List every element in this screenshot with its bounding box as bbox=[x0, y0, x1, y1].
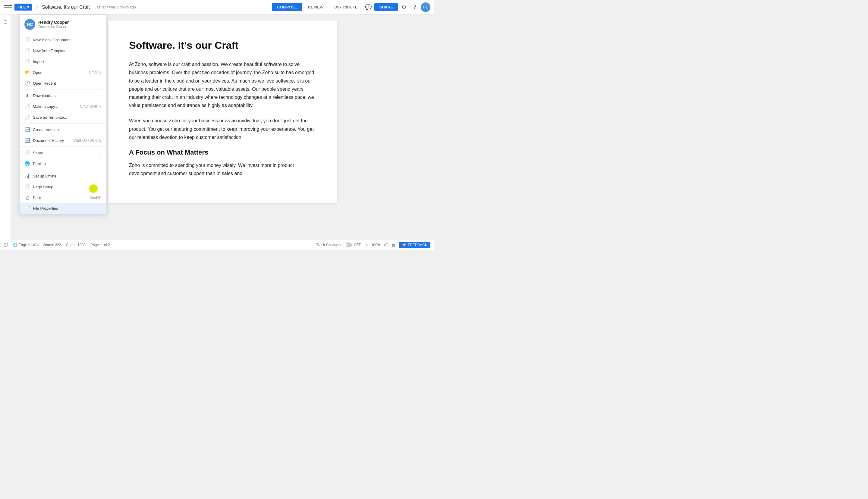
menu-item-create-version[interactable]: 🔄 Create Version bbox=[20, 124, 106, 135]
dropdown-user-info: Hendry Cooper Document Owner bbox=[38, 20, 69, 29]
dropdown-user-section: HC Hendry Cooper Document Owner bbox=[20, 15, 106, 34]
comment-icon[interactable]: 💬 bbox=[364, 2, 373, 12]
word-count: Words: 222 bbox=[42, 243, 61, 247]
document-title: Software. It's our Craft bbox=[42, 4, 90, 10]
zoom-level[interactable]: 100% bbox=[371, 243, 381, 247]
menu-item-new-template[interactable]: 📄 New from Template bbox=[20, 45, 106, 56]
download-as-chevron: › bbox=[100, 94, 101, 98]
open-recent-label: Open Recent bbox=[33, 81, 56, 86]
document-outline-icon[interactable]: ☰ bbox=[1, 17, 10, 27]
menu-item-import[interactable]: 📄 Import bbox=[20, 56, 106, 67]
document-subheading: A Focus on What Matters bbox=[129, 148, 316, 156]
separator-1 bbox=[20, 89, 106, 89]
download-as-icon: ⬇ bbox=[24, 93, 30, 98]
document-heading: Software. It's our Craft bbox=[129, 39, 316, 52]
document-history-shortcut: Cmd+Alt+Shift+G bbox=[73, 138, 101, 143]
file-properties-icon: 📄 bbox=[24, 206, 30, 211]
menu-item-document-history[interactable]: 🔄 Document History Cmd+Alt+Shift+G bbox=[20, 135, 106, 146]
avatar[interactable]: HC bbox=[421, 2, 430, 12]
track-changes: Track Changes OFF bbox=[316, 243, 361, 247]
menu-item-make-copy[interactable]: 📄 Make a copy... Cmd+Shift+S bbox=[20, 101, 106, 112]
menu-item-print[interactable]: 🖨 Print Cmd+P bbox=[20, 192, 106, 203]
menu-item-file-properties[interactable]: 📄 File Properties bbox=[20, 203, 106, 214]
menu-item-new-blank[interactable]: 📄 New Blank Document bbox=[20, 34, 106, 45]
document-paragraph-2: When you choose Zoho for your business o… bbox=[129, 117, 316, 141]
share-menu-label: Share bbox=[33, 151, 44, 155]
print-icon: 🖨 bbox=[24, 195, 30, 200]
char-count: Chars: 1303 bbox=[66, 243, 86, 247]
menu-item-open-recent[interactable]: 🕐 Open Recent › bbox=[20, 78, 106, 88]
separator-4 bbox=[20, 170, 106, 170]
tab-distribute[interactable]: DISTRIBUTE bbox=[329, 3, 362, 11]
menu-item-save-template[interactable]: 📄 Save as Template... bbox=[20, 112, 106, 123]
language-indicator[interactable]: 🌐 English(US) bbox=[13, 243, 38, 247]
share-button[interactable]: SHARE bbox=[374, 3, 398, 11]
make-copy-label: Make a copy... bbox=[33, 104, 58, 109]
feedback-button[interactable]: 📢 FEEDBACK bbox=[399, 242, 430, 248]
new-template-icon: 📄 bbox=[24, 48, 30, 53]
open-label: Open bbox=[33, 70, 42, 75]
chat-icon[interactable]: 💬 bbox=[4, 243, 8, 247]
page-indicator: Page: 1 of 2 bbox=[90, 243, 110, 247]
open-recent-chevron: › bbox=[100, 81, 101, 85]
grid-icon[interactable]: ⊞ bbox=[365, 243, 368, 247]
setup-offline-icon: 📊 bbox=[24, 173, 30, 179]
menu-item-share[interactable]: 📄 Share › bbox=[20, 147, 106, 158]
file-label: FILE bbox=[17, 5, 26, 9]
download-as-label: Download as bbox=[33, 94, 56, 98]
hamburger-menu[interactable] bbox=[4, 3, 12, 11]
open-recent-icon: 🕐 bbox=[24, 81, 30, 86]
document-paragraph-3: Zoho is committed to spending your money… bbox=[129, 161, 316, 178]
create-version-label: Create Version bbox=[33, 127, 59, 132]
file-menu-button[interactable]: FILE ▾ bbox=[14, 4, 32, 11]
status-bar-right: Track Changes OFF ⊞ 100% (0) ▤ 📢 FEEDBAC… bbox=[316, 242, 430, 248]
new-blank-label: New Blank Document bbox=[33, 38, 71, 42]
feedback-label: FEEDBACK bbox=[408, 243, 427, 247]
import-label: Import bbox=[33, 59, 44, 64]
publish-label: Publish bbox=[33, 161, 46, 166]
new-template-label: New from Template bbox=[33, 49, 66, 53]
tab-compose[interactable]: COMPOSE bbox=[272, 3, 302, 11]
track-changes-toggle[interactable] bbox=[342, 243, 352, 247]
page-setup-icon: 📄 bbox=[24, 184, 30, 190]
grid-view-icon[interactable]: ▤ bbox=[392, 243, 395, 247]
language-label: English(US) bbox=[19, 243, 38, 247]
menu-item-download-as[interactable]: ⬇ Download as › bbox=[20, 90, 106, 101]
settings-icon[interactable]: ⚙ bbox=[399, 2, 409, 12]
status-bar: 💬 🌐 English(US) Words: 222 Chars: 1303 P… bbox=[0, 240, 434, 250]
header-right: COMPOSE REVIEW DISTRIBUTE 💬 SHARE ⚙ ? HC bbox=[272, 2, 430, 12]
document-page: Software. It's our Craft At Zoho, softwa… bbox=[108, 21, 337, 203]
track-changes-label: Track Changes bbox=[316, 243, 341, 247]
file-properties-label: File Properties bbox=[33, 206, 58, 211]
menu-item-publish[interactable]: 🌐 Publish › bbox=[20, 158, 106, 169]
comments-count[interactable]: (0) bbox=[384, 243, 389, 247]
new-blank-icon: 📄 bbox=[24, 37, 30, 42]
setup-offline-label: Set up Offline bbox=[33, 174, 57, 179]
share-chevron: › bbox=[100, 151, 101, 155]
toggle-knob bbox=[343, 243, 347, 247]
last-edit-text: Last edit was 2 hours ago bbox=[95, 5, 136, 9]
track-changes-state: OFF bbox=[354, 243, 361, 247]
menu-item-open[interactable]: 📂 Open Cmd+O bbox=[20, 67, 106, 78]
tab-review[interactable]: REVIEW bbox=[303, 3, 328, 11]
save-template-label: Save as Template... bbox=[33, 115, 67, 120]
page-setup-label: Page Setup bbox=[33, 185, 53, 189]
make-copy-icon: 📄 bbox=[24, 104, 30, 109]
feedback-icon: 📢 bbox=[402, 243, 406, 247]
open-shortcut: Cmd+O bbox=[89, 70, 101, 74]
make-copy-shortcut: Cmd+Shift+S bbox=[80, 104, 101, 109]
document-history-icon: 🔄 bbox=[24, 138, 30, 143]
create-version-icon: 🔄 bbox=[24, 127, 30, 132]
menu-item-setup-offline[interactable]: 📊 Set up Offline bbox=[20, 171, 106, 181]
document-paragraph-1: At Zoho, software is our craft and passi… bbox=[129, 60, 316, 109]
menu-item-page-setup[interactable]: 📄 Page Setup bbox=[20, 181, 106, 192]
publish-chevron: › bbox=[100, 161, 101, 166]
print-shortcut: Cmd+P bbox=[89, 196, 101, 200]
import-icon: 📄 bbox=[24, 59, 30, 64]
language-icon: 🌐 bbox=[13, 243, 17, 247]
document-history-label: Document History bbox=[33, 138, 64, 143]
sidebar-left: ☰ bbox=[0, 14, 11, 240]
favorite-icon[interactable]: ☆ bbox=[35, 4, 39, 11]
help-icon[interactable]: ? bbox=[410, 2, 419, 12]
file-dropdown-menu: HC Hendry Cooper Document Owner 📄 New Bl… bbox=[19, 14, 107, 214]
